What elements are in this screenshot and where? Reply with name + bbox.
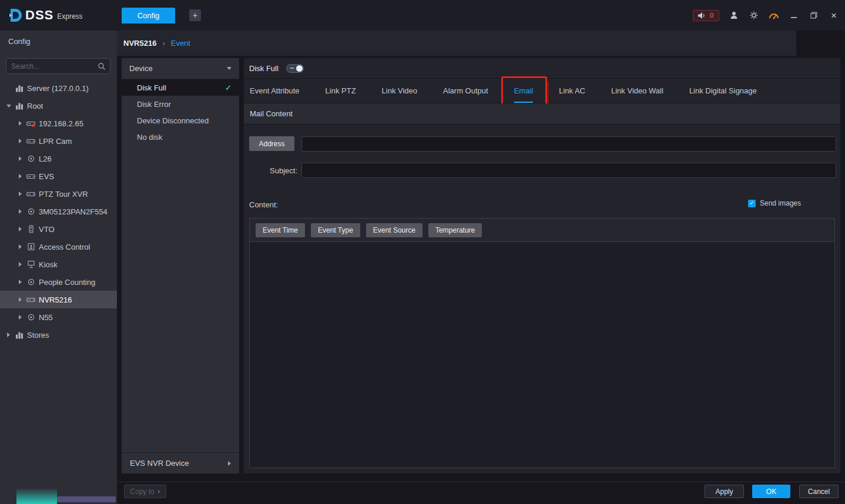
tree-item-n55[interactable]: N55 — [0, 308, 117, 326]
breadcrumb-device[interactable]: NVR5216 — [123, 39, 156, 48]
gear-icon[interactable] — [749, 10, 759, 21]
event-type-label: No disk — [137, 133, 162, 142]
chevron-collapsed-icon[interactable] — [15, 172, 25, 181]
chevron-collapsed-icon[interactable] — [15, 224, 25, 234]
toggle-knob — [296, 65, 303, 72]
address-button[interactable]: Address — [249, 136, 294, 151]
mail-content-editor[interactable] — [250, 242, 834, 468]
chevron-collapsed-icon[interactable] — [15, 207, 25, 216]
tree-item-access-control[interactable]: Access Control — [0, 238, 117, 256]
tab-event-attribute[interactable]: Event Attribute — [250, 79, 300, 103]
event-tabs: Event AttributeLink PTZLink VideoAlarm O… — [244, 79, 840, 103]
tree-item-evs[interactable]: EVS — [0, 167, 117, 185]
event-type-device-disconnected[interactable]: Device Disconnected — [122, 112, 239, 129]
tree-item-label: Root — [27, 102, 43, 110]
tree-item-lpr-cam[interactable]: LPR Cam — [0, 132, 117, 150]
copy-to-button[interactable]: Copy to — [124, 485, 166, 498]
dss-logo-icon — [8, 8, 24, 23]
event-type-label: Disk Full — [137, 83, 166, 92]
alarm-count-badge: 0 — [710, 12, 713, 19]
breadcrumb: NVR5216 › Event — [117, 31, 796, 56]
restore-button[interactable] — [809, 10, 819, 21]
tree-item-vto[interactable]: VTO — [0, 220, 117, 238]
topbar-controls: 0 × — [693, 0, 839, 31]
chevron-collapsed-icon[interactable] — [15, 313, 25, 322]
tree-item-label: People Counting — [39, 278, 95, 287]
search-icon[interactable] — [93, 62, 110, 70]
alarm-center-button[interactable]: 0 — [693, 10, 719, 21]
chevron-collapsed-icon[interactable] — [15, 295, 25, 304]
section-title: Mail Content — [250, 109, 293, 118]
performance-gauge-icon[interactable] — [769, 10, 779, 21]
chevron-collapsed-icon[interactable] — [15, 260, 25, 269]
tree-item-server-127-0-0-1[interactable]: Server (127.0.0.1) — [0, 79, 117, 97]
tab-link-ptz[interactable]: Link PTZ — [326, 79, 356, 103]
ok-button[interactable]: OK — [752, 485, 790, 498]
organization-icon — [14, 102, 25, 110]
tree-item-nvr5216[interactable]: NVR5216 — [0, 291, 117, 308]
apply-button[interactable]: Apply — [705, 485, 744, 498]
user-icon[interactable] — [729, 10, 739, 21]
token-event-source-button[interactable]: Event Source — [366, 223, 422, 237]
tree-item-stores[interactable]: Stores — [0, 326, 117, 344]
token-event-type-button[interactable]: Event Type — [311, 223, 360, 237]
event-enable-toggle[interactable] — [286, 64, 304, 73]
tab-alarm-output[interactable]: Alarm Output — [443, 79, 488, 103]
tab-link-video-wall[interactable]: Link Video Wall — [611, 79, 663, 103]
nvr-icon — [25, 296, 36, 304]
tree-item-3m05123pan2f554[interactable]: 3M05123PAN2F554 — [0, 203, 117, 220]
add-tab-button[interactable]: + — [189, 9, 201, 21]
event-category-evs-nvr-device[interactable]: EVS NVR Device — [122, 452, 239, 473]
checkbox-checked-icon[interactable]: ✓ — [748, 200, 756, 207]
tree-item-label: Stores — [27, 331, 49, 340]
tree-item-ptz-tour-xvr[interactable]: PTZ Tour XVR — [0, 185, 117, 203]
content-label-row: Content: ✓ Send images — [249, 199, 836, 210]
close-button[interactable]: × — [829, 10, 839, 21]
tree-item-label: L26 — [39, 154, 52, 163]
horizontal-scrollbar-thumb[interactable] — [57, 496, 116, 502]
sidebar: Config Server (127.0.0.1)Root192.168.2.6… — [0, 31, 117, 504]
address-input[interactable] — [301, 136, 836, 152]
event-group-dropdown[interactable]: Device — [122, 58, 239, 79]
tree-item-label: NVR5216 — [39, 295, 72, 304]
token-event-time-button[interactable]: Event Time — [256, 223, 305, 237]
cancel-button[interactable]: Cancel — [799, 485, 839, 498]
event-type-disk-error[interactable]: Disk Error — [122, 96, 239, 112]
chevron-collapsed-icon[interactable] — [15, 154, 25, 163]
top-bar: DSS Express Config + 0 × — [0, 0, 845, 31]
tree-item-l26[interactable]: L26 — [0, 150, 117, 167]
send-images-checkbox[interactable]: ✓ Send images — [748, 199, 801, 207]
event-type-no-disk[interactable]: No disk — [122, 129, 239, 145]
tab-link-digital-signage[interactable]: Link Digital Signage — [689, 79, 757, 103]
chevron-collapsed-icon[interactable] — [15, 242, 25, 251]
minimize-button[interactable] — [789, 10, 799, 21]
event-type-label: Disk Error — [137, 100, 171, 109]
search-input[interactable] — [6, 62, 93, 70]
chevron-expanded-icon[interactable] — [4, 101, 14, 110]
chevron-collapsed-icon[interactable] — [15, 119, 25, 128]
chevron-collapsed-icon[interactable] — [15, 189, 25, 199]
tab-link-video[interactable]: Link Video — [382, 79, 417, 103]
event-group-label: Device — [129, 64, 227, 73]
token-temperature-button[interactable]: Temperature — [428, 223, 482, 237]
tree-item-kiosk[interactable]: Kiosk — [0, 256, 117, 273]
chevron-collapsed-icon[interactable] — [15, 277, 25, 287]
tree-item-people-counting[interactable]: People Counting — [0, 273, 117, 291]
tab-link-ac[interactable]: Link AC — [559, 79, 585, 103]
speaker-icon — [696, 10, 707, 21]
content-panel: Disk Full Event AttributeLink PTZLink Vi… — [244, 58, 840, 473]
device-tree: Server (127.0.0.1)Root192.168.2.65LPR Ca… — [0, 79, 117, 344]
chevron-collapsed-icon[interactable] — [4, 330, 14, 340]
mail-content-section-header: Mail Content — [244, 103, 840, 125]
toggle-dash — [290, 68, 294, 69]
chevron-collapsed-icon[interactable] — [15, 136, 25, 146]
tab-email[interactable]: Email — [514, 79, 534, 103]
content-label: Content: — [249, 200, 278, 209]
nvr-icon — [25, 173, 36, 180]
tab-config[interactable]: Config — [122, 8, 175, 23]
subject-input[interactable] — [301, 163, 836, 178]
tree-item-root[interactable]: Root — [0, 97, 117, 115]
tree-item-192-168-2-65[interactable]: 192.168.2.65 — [0, 115, 117, 132]
event-type-disk-full[interactable]: Disk Full✓ — [122, 79, 239, 96]
tree-item-label: PTZ Tour XVR — [39, 190, 88, 199]
